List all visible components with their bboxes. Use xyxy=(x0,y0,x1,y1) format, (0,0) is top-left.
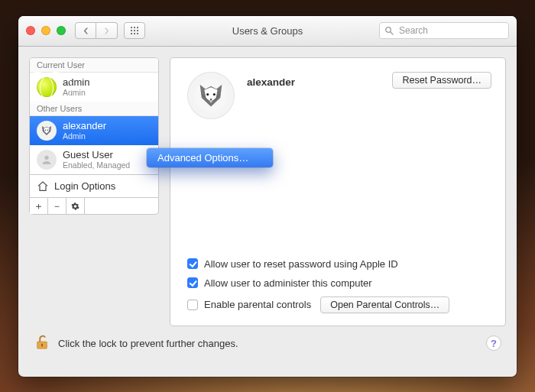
avatar-tennis-icon xyxy=(37,77,57,97)
sidebar-section-current: Current User xyxy=(30,58,158,73)
help-button[interactable]: ? xyxy=(486,335,501,351)
allow-reset-appleid-checkbox[interactable] xyxy=(187,258,198,269)
sidebar-item-current-user[interactable]: admin Admin xyxy=(30,73,158,102)
user-options: Allow user to reset password using Apple… xyxy=(187,258,449,313)
search-field[interactable] xyxy=(379,22,509,39)
add-user-button[interactable]: ＋ xyxy=(30,198,48,214)
svg-point-8 xyxy=(137,33,138,34)
search-input[interactable] xyxy=(397,24,504,37)
back-button[interactable] xyxy=(75,22,96,39)
remove-user-button[interactable]: － xyxy=(48,198,66,214)
zoom-window-button[interactable] xyxy=(57,26,66,35)
allow-reset-appleid-row[interactable]: Allow user to reset password using Apple… xyxy=(187,258,449,270)
preferences-window: Users & Groups Current User admin Admin xyxy=(18,16,517,377)
svg-point-9 xyxy=(386,28,391,33)
other-user-0-name: alexander xyxy=(63,120,106,132)
sidebar-column: Current User admin Admin Other Users xyxy=(29,57,159,326)
user-actions-button[interactable] xyxy=(66,198,85,214)
svg-point-1 xyxy=(134,27,135,28)
svg-point-15 xyxy=(206,92,209,95)
toolbar: Users & Groups xyxy=(18,16,517,47)
chevron-left-icon xyxy=(83,28,89,34)
user-detail-panel: alexander Reset Password… Allow user to … xyxy=(170,57,506,326)
allow-admin-checkbox[interactable] xyxy=(187,277,198,288)
svg-point-3 xyxy=(131,30,132,31)
content: Current User admin Admin Other Users xyxy=(18,47,517,377)
other-user-1-role: Enabled, Managed xyxy=(63,160,130,170)
allow-reset-appleid-label: Allow user to reset password using Apple… xyxy=(204,258,398,270)
svg-point-0 xyxy=(131,27,132,28)
fox-portrait-icon xyxy=(193,78,229,113)
svg-point-11 xyxy=(45,129,47,131)
reset-password-button[interactable]: Reset Password… xyxy=(392,72,491,89)
gear-icon xyxy=(71,202,79,211)
minimize-window-button[interactable] xyxy=(41,26,50,35)
open-parental-controls-button[interactable]: Open Parental Controls… xyxy=(320,296,449,313)
svg-point-4 xyxy=(134,30,135,31)
context-menu: Advanced Options… xyxy=(147,148,273,167)
unlock-icon xyxy=(34,334,50,351)
sidebar-tools: ＋ － xyxy=(29,198,159,215)
svg-line-10 xyxy=(391,32,393,34)
profile-name: alexander xyxy=(247,76,295,88)
search-icon xyxy=(384,26,394,35)
login-options-label: Login Options xyxy=(54,180,115,192)
lock-hint: Click the lock to prevent further change… xyxy=(58,338,238,349)
svg-point-12 xyxy=(47,129,49,131)
sidebar-item-guest[interactable]: Guest User Enabled, Managed xyxy=(30,145,158,174)
footer: Click the lock to prevent further change… xyxy=(29,326,506,353)
svg-point-16 xyxy=(213,92,216,95)
grid-icon xyxy=(130,26,139,35)
other-user-0-role: Admin xyxy=(63,131,106,141)
context-menu-advanced-options[interactable]: Advanced Options… xyxy=(147,150,273,166)
user-sidebar: Current User admin Admin Other Users xyxy=(29,57,159,199)
avatar-fox-icon xyxy=(37,121,57,141)
other-user-1-name: Guest User xyxy=(63,149,130,161)
profile-picture[interactable] xyxy=(187,72,235,119)
house-icon xyxy=(37,180,49,193)
close-window-button[interactable] xyxy=(26,26,35,35)
avatar-guest-icon xyxy=(37,150,57,170)
allow-admin-label: Allow user to administer this computer xyxy=(204,277,372,289)
svg-point-5 xyxy=(137,30,138,31)
forward-button[interactable] xyxy=(96,22,118,39)
svg-point-2 xyxy=(137,27,138,28)
allow-admin-row[interactable]: Allow user to administer this computer xyxy=(187,277,449,289)
parental-controls-row: Enable parental controls Open Parental C… xyxy=(187,296,449,313)
svg-point-6 xyxy=(131,33,132,34)
login-options-row[interactable]: Login Options xyxy=(30,174,158,197)
parental-controls-label: Enable parental controls xyxy=(204,299,311,310)
sidebar-item-alexander[interactable]: alexander Admin xyxy=(30,116,158,145)
parental-controls-checkbox[interactable] xyxy=(187,300,198,310)
svg-rect-17 xyxy=(41,343,43,346)
chevron-right-icon xyxy=(103,28,110,34)
nav-segment xyxy=(75,22,118,39)
sidebar-section-other: Other Users xyxy=(30,102,158,116)
show-all-button[interactable] xyxy=(124,22,145,39)
svg-point-13 xyxy=(44,156,48,160)
window-controls xyxy=(26,26,66,35)
lock-button[interactable] xyxy=(34,334,50,353)
svg-point-7 xyxy=(134,33,135,34)
